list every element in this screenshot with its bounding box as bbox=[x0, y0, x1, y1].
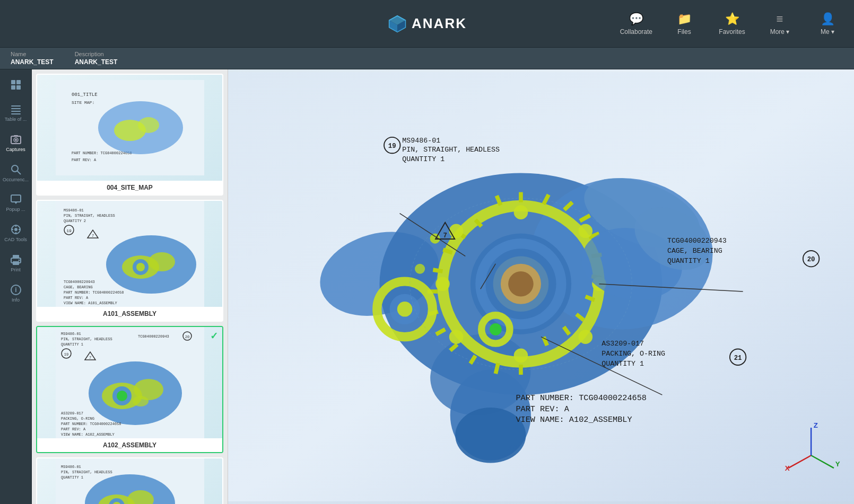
svg-text:19: 19 bbox=[66, 228, 72, 233]
sidebar-item-home[interactable] bbox=[0, 75, 31, 96]
svg-point-137 bbox=[449, 224, 464, 238]
svg-text:7: 7 bbox=[91, 234, 93, 238]
annotation-19-part: MS9486-01 bbox=[402, 137, 440, 145]
svg-rect-28 bbox=[13, 261, 19, 265]
svg-rect-8 bbox=[11, 105, 21, 107]
popup-icon bbox=[10, 193, 22, 205]
svg-text:20: 20 bbox=[185, 335, 189, 339]
svg-line-117 bbox=[443, 250, 452, 253]
svg-text:7: 7 bbox=[443, 232, 447, 240]
svg-text:MS9486-01: MS9486-01 bbox=[61, 332, 81, 336]
main-viewer-svg: 19 MS9486-01 PIN, STRAIGHT, HEADLESS QUA… bbox=[228, 69, 854, 504]
svg-text:PART REV: A: PART REV: A bbox=[61, 427, 86, 431]
svg-point-74 bbox=[133, 396, 149, 406]
svg-text:AS3209-017: AS3209-017 bbox=[61, 411, 83, 415]
svg-text:PACKING, O-RING: PACKING, O-RING bbox=[61, 417, 94, 421]
annotation-21-desc: PACKING, O-RING bbox=[602, 350, 665, 358]
annotation-19-qty: QUANTITY 1 bbox=[402, 155, 445, 163]
svg-text:X: X bbox=[785, 464, 790, 472]
svg-point-29 bbox=[18, 259, 20, 261]
thumbnail-label-3: A102_ASSEMBLY bbox=[37, 438, 222, 452]
svg-point-126 bbox=[508, 271, 534, 297]
sidebar-item-info[interactable]: i Info bbox=[0, 280, 31, 307]
svg-text:TCG04000220943: TCG04000220943 bbox=[138, 334, 169, 339]
thumbnail-label-2: A101_ASSEMBLY bbox=[37, 307, 222, 321]
sidebar-item-print[interactable]: Print bbox=[0, 250, 31, 277]
svg-text:001_TITLE: 001_TITLE bbox=[72, 92, 98, 98]
view-name-line: VIEW NAME: A102_ASSEMBLY bbox=[516, 415, 632, 425]
more-icon: ≡ bbox=[777, 12, 783, 26]
info-icon: i bbox=[10, 284, 22, 296]
sidebar-item-popup[interactable]: Popup ... bbox=[0, 189, 31, 217]
svg-rect-9 bbox=[11, 108, 21, 109]
svg-text:VIEW NAME: A101_ASSEMBLY: VIEW NAME: A101_ASSEMBLY bbox=[64, 301, 118, 305]
name-label: Name bbox=[11, 51, 54, 57]
svg-rect-11 bbox=[11, 113, 21, 114]
sidebar-icons: Table of ... Captures Occurrenc... Pop bbox=[0, 69, 32, 504]
logo-icon bbox=[387, 14, 407, 34]
annotation-21-qty: QUANTITY 1 bbox=[602, 360, 644, 368]
files-icon: 📁 bbox=[677, 12, 692, 26]
svg-point-134 bbox=[514, 349, 528, 363]
svg-rect-6 bbox=[11, 85, 15, 90]
svg-line-116 bbox=[433, 270, 442, 271]
svg-text:QUANTITY 1: QUANTITY 1 bbox=[61, 475, 83, 480]
files-label: Files bbox=[677, 28, 691, 36]
svg-text:Z: Z bbox=[814, 421, 818, 429]
thumbnail-a101-assembly[interactable]: MS9486-01 PIN, STRAIGHT, HEADLESS QUANTI… bbox=[36, 200, 223, 322]
svg-point-39 bbox=[138, 117, 159, 133]
svg-text:PART NUMBER: TCG04000224658: PART NUMBER: TCG04000224658 bbox=[64, 290, 124, 295]
home-icon bbox=[10, 79, 22, 91]
svg-point-21 bbox=[14, 228, 18, 231]
svg-text:7: 7 bbox=[89, 356, 91, 360]
collaborate-nav-item[interactable]: 💬 Collaborate bbox=[620, 12, 652, 36]
sidebar-item-table[interactable]: Table of ... bbox=[0, 99, 31, 127]
files-nav-item[interactable]: 📁 Files bbox=[668, 12, 700, 36]
svg-point-50 bbox=[149, 252, 175, 271]
svg-text:QUANTITY 1: QUANTITY 1 bbox=[61, 342, 83, 347]
svg-marker-19 bbox=[14, 202, 18, 204]
svg-text:PART NUMBER: TCG04000224658: PART NUMBER: TCG04000224658 bbox=[61, 422, 121, 426]
svg-point-131 bbox=[578, 224, 592, 238]
svg-point-136 bbox=[435, 277, 450, 291]
print-label: Print bbox=[11, 267, 21, 273]
captures-label: Captures bbox=[6, 147, 25, 153]
svg-point-141 bbox=[490, 323, 502, 335]
me-nav-item[interactable]: 👤 Me ▾ bbox=[812, 12, 843, 36]
name-value: ANARK_TEST bbox=[11, 58, 54, 66]
svg-text:19: 19 bbox=[388, 143, 396, 150]
collaborate-label: Collaborate bbox=[620, 28, 652, 36]
svg-text:MS9486-01: MS9486-01 bbox=[64, 208, 84, 213]
thumbnail-canvas-1: 001_TITLE SITE MAP: PART NUMBER: TCG0400… bbox=[37, 75, 222, 181]
thumbnails-panel[interactable]: 001_TITLE SITE MAP: PART NUMBER: TCG0400… bbox=[32, 69, 228, 504]
annotation-20-qty: QUANTITY 1 bbox=[667, 257, 710, 265]
part-number-line: PART NUMBER: TCG04000224658 bbox=[516, 393, 647, 403]
thumbnail-004-site-map[interactable]: 001_TITLE SITE MAP: PART NUMBER: TCG0400… bbox=[36, 74, 223, 196]
thumbnail-canvas-2: MS9486-01 PIN, STRAIGHT, HEADLESS QUANTI… bbox=[37, 201, 222, 307]
selected-checkmark: ✓ bbox=[210, 330, 218, 342]
svg-text:SITE MAP:: SITE MAP: bbox=[72, 100, 94, 105]
svg-text:TCG04000220943: TCG04000220943 bbox=[64, 280, 95, 284]
thumbnail-canvas-3: ✓ MS9486-01 PIN, STRAIGHT, HEADLESS QUAN… bbox=[37, 327, 222, 438]
svg-point-133 bbox=[578, 330, 592, 344]
thumbnail-svg-4: MS9486-01 PIN, STRAIGHT, HEADLESS QUANTI… bbox=[56, 458, 204, 504]
svg-point-130 bbox=[514, 205, 528, 219]
favorites-nav-item[interactable]: ⭐ Favorites bbox=[716, 12, 748, 36]
logo-text: ANARK bbox=[412, 15, 467, 32]
sidebar-item-occurrences[interactable]: Occurrenc... bbox=[0, 160, 31, 187]
thumbnail-a103-assembly[interactable]: MS9486-01 PIN, STRAIGHT, HEADLESS QUANTI… bbox=[36, 457, 223, 504]
svg-point-129 bbox=[397, 302, 413, 317]
svg-point-144 bbox=[415, 264, 425, 274]
svg-point-135 bbox=[449, 330, 464, 344]
logo-area: ANARK bbox=[387, 14, 467, 34]
thumbnail-svg-1: 001_TITLE SITE MAP: PART NUMBER: TCG0400… bbox=[56, 80, 204, 175]
sidebar-item-cad-tools[interactable]: CAD Tools bbox=[0, 219, 31, 247]
main-viewer[interactable]: 19 MS9486-01 PIN, STRAIGHT, HEADLESS QUA… bbox=[228, 69, 854, 504]
sidebar-item-captures[interactable]: Captures bbox=[0, 129, 31, 157]
thumbnail-a102-assembly[interactable]: ✓ MS9486-01 PIN, STRAIGHT, HEADLESS QUAN… bbox=[36, 326, 223, 453]
svg-text:19: 19 bbox=[64, 352, 68, 357]
svg-rect-18 bbox=[11, 195, 21, 202]
file-description-col: Description ANARK_TEST bbox=[75, 51, 118, 66]
cad-tools-icon bbox=[10, 224, 22, 235]
more-nav-item[interactable]: ≡ More ▾ bbox=[764, 12, 796, 36]
